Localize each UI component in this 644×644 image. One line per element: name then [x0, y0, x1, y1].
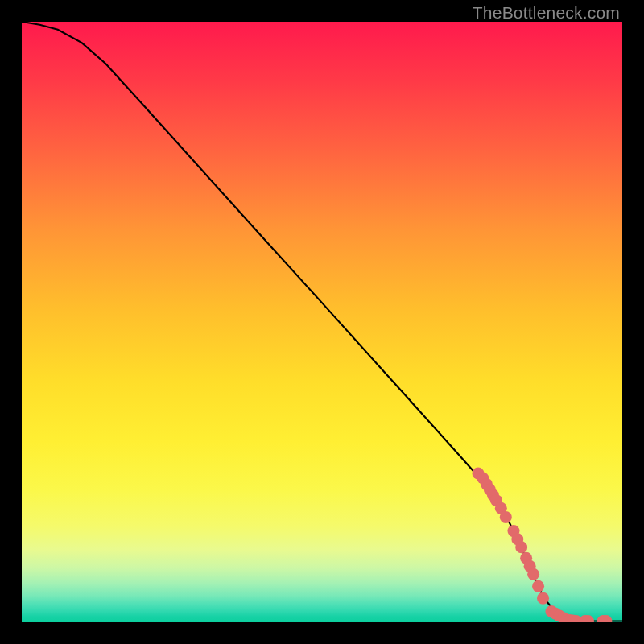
data-point [532, 580, 544, 592]
plot-area [22, 22, 622, 622]
bottleneck-curve [22, 22, 622, 621]
data-point [500, 511, 512, 523]
chart-frame: TheBottleneck.com [0, 0, 644, 644]
watermark-text: TheBottleneck.com [473, 3, 620, 23]
data-point [527, 568, 539, 580]
data-point [537, 592, 549, 605]
chart-svg [22, 22, 622, 622]
data-point [515, 541, 527, 553]
data-markers [472, 467, 612, 622]
